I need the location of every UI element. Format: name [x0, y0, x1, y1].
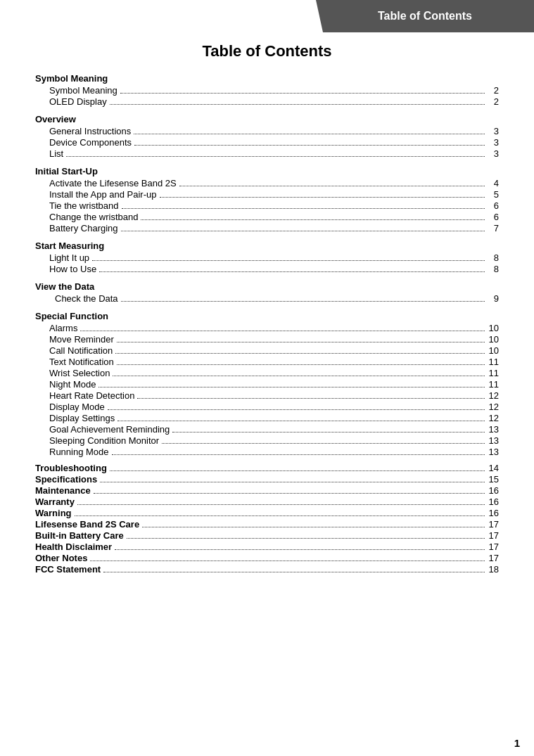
toc-section: View the DataCheck the Data9	[35, 281, 499, 304]
toc-dots	[99, 271, 485, 272]
toc-dots	[92, 260, 485, 261]
toc-page-number: 11	[488, 379, 499, 390]
toc-row: Display Settings12	[35, 413, 499, 423]
toc-page-number: 17	[488, 530, 499, 541]
toc-entry-label: Built-in Battery Care	[35, 530, 124, 541]
page-content: Table of Contents Symbol MeaningSymbol M…	[0, 0, 534, 596]
toc-row: Sleeping Condition Monitor13	[35, 435, 499, 446]
toc-dots	[121, 231, 485, 231]
page-number: 1	[514, 737, 520, 749]
toc-row: Warranty16	[35, 496, 499, 507]
toc-page-number: 10	[488, 345, 499, 356]
section-header: Symbol Meaning	[35, 73, 499, 84]
toc-row: Symbol Meaning2	[35, 85, 499, 96]
toc-row: FCC Statement18	[35, 564, 499, 575]
toc-row: List3	[35, 148, 499, 159]
toc-row: Alarms10	[35, 323, 499, 333]
toc-page-number: 17	[488, 519, 499, 530]
toc-row: Maintenance16	[35, 485, 499, 496]
section-header: Start Measuring	[35, 241, 499, 251]
toc-dots	[80, 331, 485, 331]
toc-row: Other Notes17	[35, 553, 499, 563]
toc-dots	[100, 482, 485, 482]
toc-dots	[113, 376, 485, 376]
toc-page-number: 2	[488, 96, 499, 107]
toc-dots	[103, 572, 485, 572]
toc-dots	[110, 104, 485, 105]
toc-dots	[122, 208, 485, 209]
toc-row: Goal Achievement Reminding13	[35, 424, 499, 435]
toc-row: Running Mode13	[35, 447, 499, 457]
toc-section: Initial Start-UpActivate the Lifesense B…	[35, 166, 499, 233]
toc-row: Night Mode11	[35, 379, 499, 390]
toc-row: Check the Data9	[35, 293, 499, 304]
toc-entry-label: Heart Rate Detection	[49, 390, 134, 401]
toc-dots	[115, 353, 485, 354]
toc-page-number: 8	[488, 264, 499, 274]
toc-row: General Instructions3	[35, 126, 499, 136]
toc-dots	[162, 443, 485, 444]
toc-entry-label: Change the wristband	[49, 212, 138, 222]
toc-dots	[115, 549, 485, 550]
toc-page-number: 10	[488, 323, 499, 333]
toc-row: Light It up8	[35, 252, 499, 263]
toc-dots	[160, 197, 485, 198]
toc-page-number: 11	[488, 357, 499, 367]
toc-section: Symbol MeaningSymbol Meaning2OLED Displa…	[35, 73, 499, 107]
toc-page-number: 3	[488, 148, 499, 159]
toc-entry-label: Night Mode	[49, 379, 96, 390]
toc-page-number: 12	[488, 402, 499, 412]
toc-entry-label: Running Mode	[49, 447, 109, 457]
toc-dots	[110, 470, 485, 471]
toc-row: Heart Rate Detection12	[35, 390, 499, 401]
standalone-entries: Troubleshooting14Specifications15Mainten…	[35, 463, 499, 575]
section-header: Initial Start-Up	[35, 166, 499, 177]
toc-dots	[98, 387, 485, 387]
toc-dots	[77, 504, 485, 505]
toc-page-number: 3	[488, 137, 499, 148]
toc-row: Call Notification10	[35, 345, 499, 356]
toc-entry-label: Sleeping Condition Monitor	[49, 435, 159, 446]
toc-dots	[134, 145, 485, 146]
toc-row: Tie the wristband6	[35, 200, 499, 211]
toc-body: Symbol MeaningSymbol Meaning2OLED Displa…	[35, 73, 499, 575]
toc-entry-label: Check the Data	[55, 293, 118, 304]
toc-section: Special FunctionAlarms10Move Reminder10C…	[35, 311, 499, 457]
toc-dots	[120, 93, 485, 94]
toc-page-number: 12	[488, 390, 499, 401]
toc-row: Troubleshooting14	[35, 463, 499, 473]
toc-dots	[117, 421, 485, 421]
toc-entry-label: Move Reminder	[49, 334, 114, 345]
toc-dots	[108, 409, 485, 410]
section-header: View the Data	[35, 281, 499, 292]
toc-page-number: 14	[488, 463, 499, 473]
toc-dots	[179, 186, 485, 186]
toc-row: Wrist Selection11	[35, 368, 499, 378]
toc-entry-label: Wrist Selection	[49, 368, 110, 378]
toc-entry-label: Tie the wristband	[49, 200, 119, 211]
toc-row: Lifesense Band 2S Care17	[35, 519, 499, 530]
toc-entry-label: Specifications	[35, 474, 97, 485]
toc-page-number: 12	[488, 413, 499, 423]
toc-page-number: 16	[488, 485, 499, 496]
toc-page-number: 3	[488, 126, 499, 136]
toc-dots	[141, 219, 485, 220]
toc-entry-label: Lifesense Band 2S Care	[35, 519, 139, 530]
toc-page-number: 4	[488, 178, 499, 188]
toc-page-number: 11	[488, 368, 499, 378]
toc-dots	[134, 134, 485, 134]
toc-dots	[142, 527, 485, 527]
toc-row: Device Components3	[35, 137, 499, 148]
toc-page-number: 17	[488, 542, 499, 552]
toc-entry-label: Symbol Meaning	[49, 85, 117, 96]
toc-page-number: 17	[488, 553, 499, 563]
toc-row: Change the wristband6	[35, 212, 499, 222]
toc-page-number: 13	[488, 435, 499, 446]
toc-dots	[127, 538, 485, 539]
toc-row: Health Disclaimer17	[35, 542, 499, 552]
toc-entry-label: OLED Display	[49, 96, 107, 107]
toc-entry-label: Activate the Lifesense Band 2S	[49, 178, 177, 188]
toc-entry-label: Battery Charging	[49, 223, 118, 233]
toc-page-number: 7	[488, 223, 499, 233]
toc-dots	[121, 301, 485, 302]
